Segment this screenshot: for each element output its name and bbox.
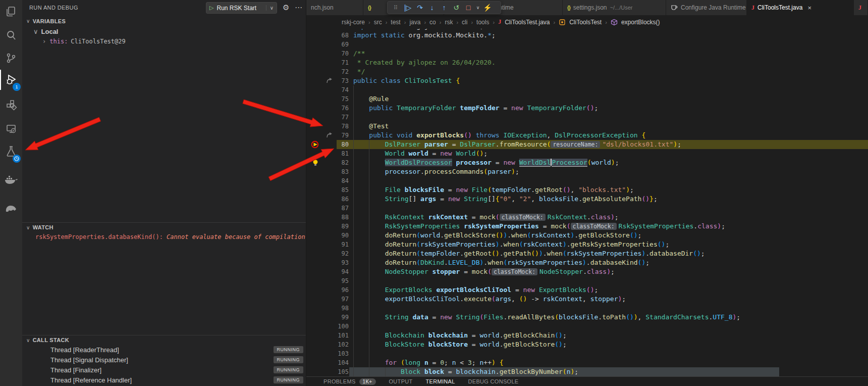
code-line[interactable]: 105 Block block = blockchain.getBlockByN… [306, 367, 868, 376]
activity-bar-item-gradle-elephant-icon[interactable] [0, 198, 22, 218]
activity-bar-item-run-and-debug-icon[interactable]: 1 [0, 70, 22, 90]
step-over-icon[interactable]: ↷ [414, 2, 426, 14]
code-line[interactable]: 77 [306, 113, 868, 122]
code-line[interactable]: 99 String data = new String(Files.readAl… [306, 313, 868, 322]
breadcrumb-folder-src[interactable]: src [374, 19, 382, 26]
tab-label: Configure Java Runtime [681, 4, 746, 11]
code-line[interactable]: 71 * Created by ajlopez on 26/04/2020. [306, 58, 868, 67]
code-line[interactable]: 102 BlockStore blockStore = world.getBlo… [306, 340, 868, 349]
activity-bar-item-docker-icon[interactable] [0, 169, 22, 189]
code-line[interactable]: 86 String[] args = new String[]{"0", "2"… [306, 195, 868, 204]
code-line[interactable]: 101 Blockchain blockchain = world.getBlo… [306, 331, 868, 340]
breadcrumb-folder-tools[interactable]: tools [476, 19, 489, 26]
code-line[interactable]: 82 WorldDslProcessor processor = new Wor… [306, 158, 868, 167]
lightbulb-icon[interactable] [307, 158, 323, 167]
chevron-down-icon[interactable]: ∨ [266, 5, 274, 11]
code-line[interactable]: 93 doReturn(DbKind.LEVEL_DB).when(rskSys… [306, 258, 868, 267]
step-into-icon[interactable]: ↓ [426, 2, 438, 14]
code-line[interactable]: 100 [306, 322, 868, 331]
code-line[interactable]: 69 [306, 40, 868, 49]
watch-section-header[interactable]: ∨ WATCH [22, 222, 306, 232]
breadcrumb-folder-rskj-core[interactable]: rskj-core [342, 19, 365, 26]
code-line[interactable]: 94 NodeStopper stopper = mock(classToMoc… [306, 267, 868, 276]
start-debug-icon[interactable]: ▷ [209, 5, 213, 11]
code-line[interactable]: 68import static org.mockito.Mockito.*; [306, 31, 868, 40]
code-line[interactable]: 74 [306, 85, 868, 94]
call-stack-thread-row[interactable]: Thread [ReaderThread]RUNNING [22, 345, 306, 355]
code-line[interactable]: 79 public void exportBlocks() throws IOE… [306, 131, 868, 140]
continue-icon[interactable]: |▷ [402, 2, 414, 14]
code-line[interactable]: 88 RskContext rskContext = mock(classToM… [306, 213, 868, 222]
editor-tab-nch.json[interactable]: nch.json [306, 0, 363, 15]
code-line[interactable]: 83 processor.processCommands(parser); [306, 167, 868, 176]
variables-section-header[interactable]: ∨ VARIABLES [22, 16, 306, 26]
code-line[interactable]: 103 [306, 349, 868, 358]
activity-bar-item-explorer-icon[interactable] [0, 2, 22, 22]
current-execution-pointer-icon[interactable] [307, 140, 323, 149]
code-editor[interactable]: 67import static org.junit.Assert.*;68imp… [306, 29, 868, 376]
variable-this-row[interactable]: › this: CliToolsTest@29 [22, 36, 306, 46]
chevron-down-icon[interactable]: ∨ [474, 2, 481, 14]
code-line[interactable]: 78 @Test [306, 122, 868, 131]
gear-icon[interactable]: ⚙ [283, 3, 289, 12]
code-line[interactable]: 92 doReturn(tempFolder.getRoot().getPath… [306, 249, 868, 258]
breadcrumb-method[interactable]: exportBlocks() [621, 19, 660, 26]
panel-tab-terminal[interactable]: TERMINAL [426, 378, 455, 384]
glyph-margin[interactable] [307, 131, 323, 140]
panel-tab-problems[interactable]: PROBLEMS1K+ [323, 378, 376, 385]
activity-bar-item-search-icon[interactable] [0, 25, 22, 45]
code-line[interactable]: 104 for (long n = 0; n < 3; n++) { [306, 358, 868, 367]
watch-expression-name: rskSystemProperties.databaseKind(): [35, 233, 163, 240]
call-stack-thread-row[interactable]: Thread [Signal Dispatcher]RUNNING [22, 355, 306, 365]
code-line[interactable]: 91 doReturn(rskSystemProperties).when(rs… [306, 240, 868, 249]
breadcrumb-folder-java[interactable]: java [409, 19, 420, 26]
restart-icon[interactable]: ↺ [450, 2, 462, 14]
code-line[interactable]: 85 File blocksFile = new File(tempFolder… [306, 185, 868, 195]
code-line[interactable]: 70/** [306, 49, 868, 58]
line-number: 79 [332, 131, 349, 140]
code-line[interactable]: 96 ExportBlocks exportBlocksCliTool = ne… [306, 285, 868, 295]
stop-icon[interactable]: □ [462, 2, 474, 14]
code-line[interactable]: 72 */ [306, 67, 868, 76]
more-actions-icon[interactable]: ⋯ [295, 3, 302, 12]
variables-scope-local[interactable]: ∨ Local [22, 26, 306, 36]
breadcrumb-class[interactable]: CliToolsTest [569, 19, 602, 26]
breadcrumb[interactable]: rskj-core›src›test›java›co›rsk›cli›tools… [306, 15, 868, 29]
code-line[interactable]: 95 [306, 276, 868, 285]
panel-tab-debug-console[interactable]: DEBUG CONSOLE [468, 378, 519, 384]
watch-expression-row[interactable]: rskSystemProperties.databaseKind(): Cann… [22, 232, 306, 242]
activity-bar-item-extensions-icon[interactable] [0, 94, 22, 115]
call-stack-section-header[interactable]: ∨ CALL STACK [22, 335, 306, 345]
activity-bar-item-testing-beaker-icon[interactable] [0, 141, 22, 162]
editor-tab-Configure Java Runtime[interactable]: Configure Java Runtime [666, 0, 747, 15]
breadcrumb-folder-cli[interactable]: cli [462, 19, 467, 26]
breadcrumb-folder-test[interactable]: test [391, 19, 400, 26]
code-line[interactable]: 80 DslParser parser = DslParser.fromReso… [306, 140, 868, 149]
code-line[interactable]: 75 @Rule [306, 94, 868, 104]
call-stack-thread-row[interactable]: Thread [Finalizer]RUNNING [22, 365, 306, 375]
editor-tab-settings.json[interactable]: {}settings.json~/.../User [563, 0, 666, 15]
code-line[interactable]: 87 [306, 204, 868, 213]
activity-bar-item-remote-explorer-icon[interactable] [0, 119, 22, 139]
launch-config-dropdown[interactable]: ▷ Run RSK Start ∨ [206, 2, 277, 14]
hot-code-replace-icon[interactable]: ⚡ [481, 2, 494, 14]
step-out-icon[interactable]: ↑ [438, 2, 450, 14]
call-stack-thread-row[interactable]: Thread [Reference Handler]RUNNING [22, 375, 306, 385]
code-line[interactable]: 97 exportBlocksCliTool.execute(args, () … [306, 295, 868, 304]
code-line[interactable]: 73public class CliToolsTest { [306, 76, 868, 85]
code-line[interactable]: 90 doReturn(world.getBlockStore()).when(… [306, 231, 868, 240]
breadcrumb-folder-rsk[interactable]: rsk [445, 19, 453, 26]
activity-bar-item-source-control-icon[interactable] [0, 48, 22, 68]
code-line[interactable]: 84 [306, 176, 868, 185]
close-icon[interactable]: × [807, 4, 811, 12]
editor-tab-untitled-6[interactable]: J [854, 0, 868, 15]
code-line[interactable]: 76 public TemporaryFolder tempFolder = n… [306, 104, 868, 113]
code-line[interactable]: 81 World world = new World(); [306, 149, 868, 158]
code-line[interactable]: 89 RskSystemProperties rskSystemProperti… [306, 222, 868, 231]
editor-tab-CliToolsTest.java[interactable]: JCliToolsTest.java× [747, 0, 854, 15]
code-line[interactable]: 98 [306, 304, 868, 313]
breadcrumb-folder-co[interactable]: co [429, 19, 436, 26]
panel-tab-output[interactable]: OUTPUT [389, 378, 413, 384]
breadcrumb-file[interactable]: CliToolsTest.java [505, 19, 550, 26]
glyph-margin[interactable] [307, 76, 323, 85]
